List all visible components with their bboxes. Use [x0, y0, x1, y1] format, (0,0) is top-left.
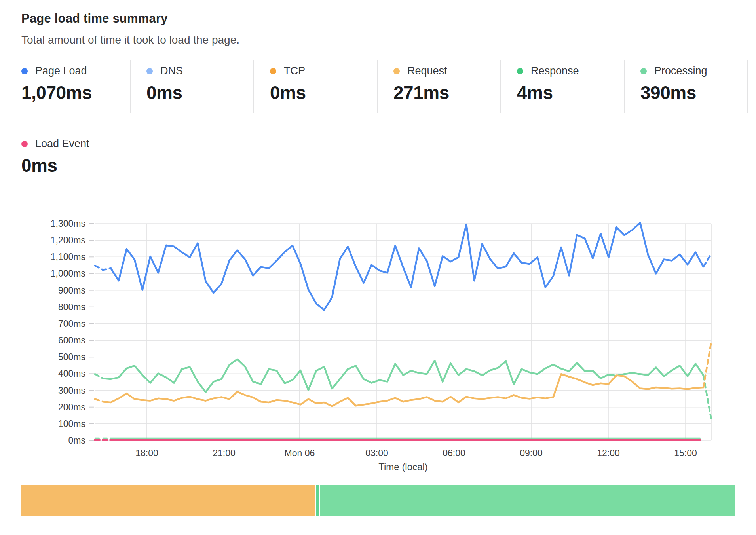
series-line-request-dashed [703, 341, 711, 387]
chart-area: 0ms100ms200ms300ms400ms500ms600ms700ms80… [24, 178, 756, 480]
stat-dns: DNS 0ms [131, 60, 254, 113]
page-load-legend-dot-icon [21, 68, 28, 74]
stat-label: Processing [654, 65, 707, 77]
series-line-processing-dashed [95, 374, 103, 378]
y-axis-tick-label: 200ms [58, 402, 85, 412]
y-axis-tick-label: 800ms [58, 302, 85, 312]
series-line-processing-dashed [703, 376, 711, 420]
y-axis-tick-label: 1,300ms [51, 218, 85, 229]
results-bar-segment[interactable] [320, 485, 735, 516]
stat-request: Request 271ms [378, 60, 501, 113]
stat-tcp: TCP 0ms [254, 60, 378, 113]
x-axis-tick-label: 09:00 [520, 448, 543, 458]
y-axis-tick-label: 100ms [58, 419, 85, 429]
y-axis-tick-label: 900ms [58, 285, 85, 296]
stat-value: 4ms [517, 82, 624, 103]
stat-label: DNS [160, 65, 183, 77]
stat-label: Request [407, 65, 447, 77]
stat-value: 0ms [270, 82, 377, 103]
tcp-legend-dot-icon [270, 68, 276, 74]
x-axis-tick-label: 03:00 [365, 448, 388, 458]
page-load-time-chart[interactable]: 0ms100ms200ms300ms400ms500ms600ms700ms80… [24, 178, 732, 479]
y-axis-tick-label: 400ms [58, 368, 85, 379]
stat-label: Page Load [35, 65, 87, 77]
series-line-processing [103, 359, 703, 392]
y-axis-tick-label: 600ms [58, 335, 85, 345]
y-axis-tick-label: 0ms [68, 435, 85, 446]
results-bar-segment[interactable] [316, 485, 319, 516]
check-results-timeline-bar [21, 485, 735, 516]
stat-response: Response 4ms [501, 60, 625, 113]
y-axis-tick-label: 1,100ms [51, 252, 85, 262]
y-axis-tick-label: 1,000ms [51, 268, 85, 279]
stat-label: Response [531, 65, 579, 77]
page-load-summary-panel: Page load time summary Total amount of t… [0, 0, 756, 516]
y-axis-tick-label: 300ms [58, 385, 85, 396]
x-axis-tick-label: 12:00 [597, 448, 620, 458]
stat-value: 390ms [640, 82, 747, 103]
series-line-page-load [111, 223, 703, 310]
stat-processing: Processing 390ms [625, 60, 748, 113]
stat-page-load: Page Load 1,070ms [21, 60, 131, 113]
x-axis-title: Time (local) [378, 461, 427, 472]
metric-stats-row: Page Load 1,070ms DNS 0ms TCP 0ms Reques… [21, 60, 756, 113]
stat-value: 271ms [393, 82, 500, 103]
y-axis-tick-label: 500ms [58, 352, 85, 362]
y-axis-tick-label: 700ms [58, 319, 85, 329]
x-axis-tick-label: Mon 06 [285, 448, 315, 458]
x-axis-tick-label: 15:00 [674, 448, 697, 458]
results-bar-segment[interactable] [21, 485, 315, 516]
series-line-request-dashed [95, 399, 103, 402]
x-axis-tick-label: 21:00 [213, 448, 236, 458]
stat-label: TCP [284, 65, 305, 77]
page-subtitle: Total amount of time it took to load the… [21, 33, 756, 47]
series-line-page-load-dashed [703, 254, 711, 267]
series-line-page-load-dashed [95, 266, 111, 270]
x-axis-tick-label: 18:00 [135, 448, 158, 458]
processing-legend-dot-icon [640, 68, 647, 74]
stat-value: 0ms [21, 155, 756, 176]
x-axis-tick-label: 06:00 [443, 448, 465, 458]
dns-legend-dot-icon [146, 68, 153, 74]
load-event-legend-dot-icon [21, 141, 28, 147]
stat-value: 1,070ms [21, 82, 130, 103]
stat-load-event: Load Event 0ms [21, 133, 756, 175]
request-legend-dot-icon [393, 68, 400, 74]
y-axis-tick-label: 1,200ms [51, 235, 85, 245]
page-title: Page load time summary [21, 12, 756, 25]
response-legend-dot-icon [517, 68, 523, 74]
stat-label: Load Event [35, 138, 89, 150]
stat-value: 0ms [146, 82, 253, 103]
